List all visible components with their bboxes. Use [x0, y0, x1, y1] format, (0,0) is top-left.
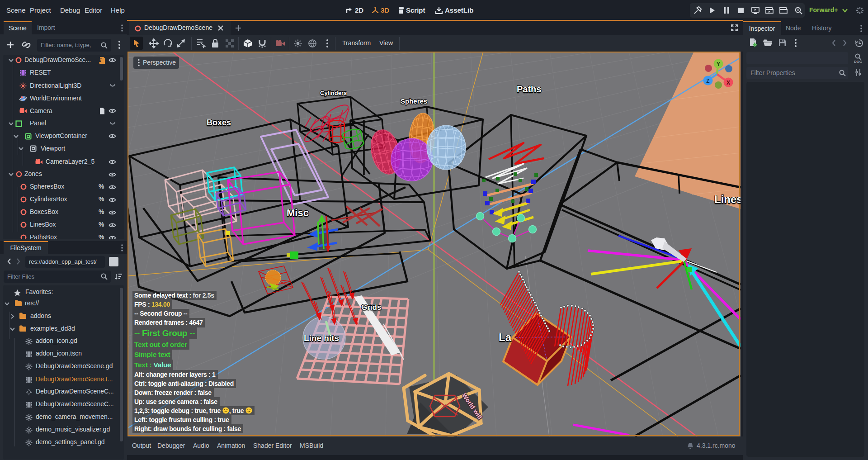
svg-text:Y: Y [717, 61, 720, 67]
svg-text:X: X [726, 80, 730, 86]
svg-text:DOC: DOC [854, 60, 862, 64]
svg-text:Z: Z [706, 78, 709, 84]
